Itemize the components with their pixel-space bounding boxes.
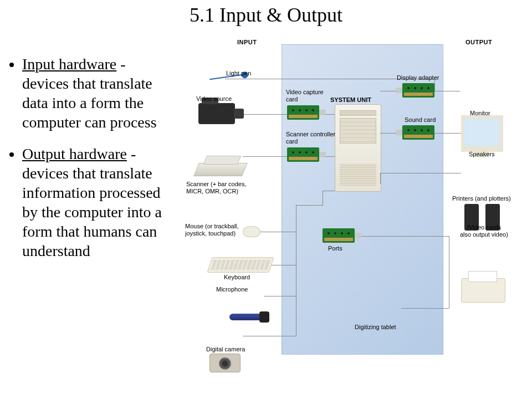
wire [296,205,296,336]
wire [380,173,461,173]
system-unit-icon [335,104,381,192]
microphone-icon [229,314,264,320]
wire [323,191,335,191]
video-capture-card-icon [287,105,319,120]
label-video-source: Video source [196,95,232,103]
monitor-icon [461,115,503,152]
video-source-icon [198,103,235,124]
label-scanner: Scanner (+ bar codes, MICR, OMR, OCR) [186,181,247,195]
bullet-list: Input hardware - devices that translate … [3,54,170,273]
label-scanner-controller-card: Scanner controller card [286,131,335,145]
wire [243,156,287,157]
label-keyboard: Keyboard [224,274,250,281]
wire [264,296,296,296]
bullet-1: Input hardware - devices that translate … [22,54,170,132]
wire [243,336,296,336]
label-microphone: Microphone [216,286,248,293]
wire [296,205,323,206]
label-display-adapter: Display adapter [397,74,439,81]
wire [355,236,449,237]
bullet-2-term: Output hardware [22,145,127,162]
bullet-2: Output hardware - devices that translate… [22,144,170,260]
wire [380,173,381,184]
label-ports: Ports [328,245,342,252]
display-adapter-card-icon [402,83,434,98]
slide: 5.1 Input & Output Input hardware - devi… [0,0,532,399]
header-input: INPUT [237,39,257,45]
label-digital-camera: Digital camera [206,346,245,353]
label-video-note: (Video cards also output video) [460,224,508,238]
label-light-pen: Light pen [226,70,251,77]
label-mouse: Mouse (or trackball, joystick, touchpad) [185,223,239,237]
keyboard-icon [207,257,274,273]
ports-card-icon [323,228,355,243]
printer-icon [461,278,505,303]
slide-title: 5.1 Input & Output [0,3,532,27]
wire [270,265,296,265]
wire [449,236,449,308]
label-printers: Printers (and plotters) [452,195,511,202]
wire [323,191,323,206]
label-sound-card: Sound card [405,116,436,124]
scanner-icon [193,163,248,176]
sound-card-icon [402,125,434,140]
header-system-unit: SYSTEM UNIT [330,96,371,103]
bullet-1-term: Input hardware [22,55,116,73]
io-diagram: INPUT OUTPUT SYSTEM UNIT Light pen Vide [176,38,525,381]
digital-camera-icon [209,354,241,372]
label-video-capture-card: Video capture card [286,89,324,103]
label-monitor: Monitor [470,110,490,117]
wire [401,308,449,309]
wire [237,114,287,115]
label-speakers: Speakers [469,151,494,158]
scanner-controller-card-icon [287,147,319,162]
label-digitizing-tablet: Digitizing tablet [355,324,396,331]
wire [259,232,296,232]
header-output: OUTPUT [466,39,492,45]
mouse-icon [243,226,260,237]
